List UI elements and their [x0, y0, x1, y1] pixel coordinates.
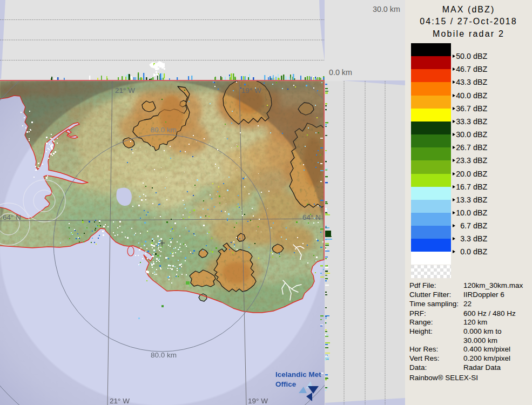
- svg-text:64° N: 64° N: [302, 213, 321, 221]
- svg-text:80.0 km: 80.0 km: [151, 126, 177, 134]
- svg-text:19° W: 19° W: [248, 397, 268, 405]
- svg-text:19° W: 19° W: [241, 86, 261, 94]
- svg-text:30.0 km: 30.0 km: [373, 5, 400, 14]
- svg-text:21° W: 21° W: [110, 397, 130, 405]
- svg-text:80.0 km: 80.0 km: [151, 351, 177, 359]
- svg-text:0.0 km: 0.0 km: [329, 68, 352, 77]
- svg-text:64° N: 64° N: [3, 213, 21, 221]
- svg-text:Office: Office: [275, 380, 297, 388]
- svg-text:21° W: 21° W: [115, 86, 135, 94]
- svg-text:Icelandic Met: Icelandic Met: [275, 370, 321, 379]
